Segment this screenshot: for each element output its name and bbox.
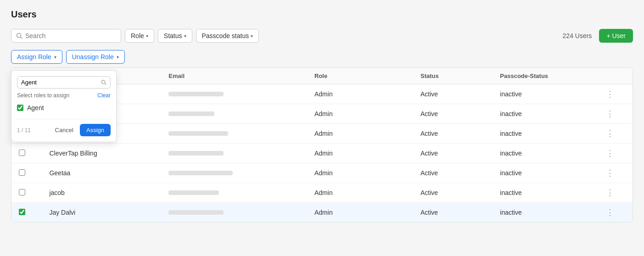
chevron-down-icon: ▾ [184,33,186,39]
table-row: Jay Dalvi Admin Active inactive ⋮ [11,203,633,223]
row-actions-cell: ⋮ [599,144,633,163]
toolbar: Role ▾ Status ▾ Passcode status ▾ 224 Us… [11,29,633,43]
row-status: Active [413,144,493,163]
col-actions [599,68,633,84]
row-checkbox[interactable] [19,150,25,156]
row-checkbox-cell [11,144,42,163]
row-role: Admin [307,203,413,223]
row-role: Admin [307,124,413,144]
search-icon [101,79,106,85]
row-menu-button[interactable]: ⋮ [606,168,615,178]
table-row: Geetaa Admin Active inactive ⋮ [11,163,633,183]
svg-line-3 [105,83,106,85]
row-passcode: inactive [493,84,599,104]
row-name: Geetaa [42,163,161,183]
table-row: CleverTap Billing Admin Active inactive … [11,144,633,163]
row-actions-cell: ⋮ [599,84,633,104]
row-email [161,144,307,163]
dropdown-actions: Cancel Assign [51,124,111,136]
row-passcode: inactive [493,104,599,124]
row-checkbox[interactable] [19,169,25,176]
search-box [11,29,121,43]
row-checkbox-cell [11,163,42,183]
row-checkbox[interactable] [19,209,25,215]
col-passcode: Passcode-Status [493,68,599,84]
row-name: CleverTap Billing [42,144,161,163]
row-email [161,104,307,124]
row-actions-cell: ⋮ [599,163,633,183]
row-name: jacob [42,183,161,203]
dropdown-search-box [17,76,111,89]
row-email [161,183,307,203]
row-email [161,203,307,223]
dropdown-search-input[interactable] [21,79,98,86]
clear-button[interactable]: Clear [97,92,111,99]
row-actions-cell: ⋮ [599,203,633,223]
col-email: Email [161,68,307,84]
chevron-down-icon: ▾ [54,55,56,60]
row-passcode: inactive [493,163,599,183]
action-bar: Assign Role ▾ Unassign Role ▾ Select rol… [11,50,633,64]
assign-button[interactable]: Assign [80,124,111,136]
search-icon [16,33,22,39]
chevron-down-icon: ▾ [251,33,253,39]
role-checkbox-agent[interactable] [17,105,23,111]
assign-role-dropdown: Select roles to assign Clear Agent 1 / 1… [11,70,117,142]
row-menu-button[interactable]: ⋮ [606,89,615,99]
row-passcode: inactive [493,183,599,203]
status-filter-button[interactable]: Status ▾ [158,29,192,43]
passcode-filter-button[interactable]: Passcode status ▾ [196,29,259,43]
row-status: Active [413,124,493,144]
search-input[interactable] [25,32,116,39]
dropdown-header-label: Select roles to assign [17,92,69,99]
col-role: Role [307,68,413,84]
role-filter-button[interactable]: Role ▾ [125,29,154,43]
row-checkbox[interactable] [19,189,25,195]
row-menu-button[interactable]: ⋮ [606,188,615,197]
row-actions-cell: ⋮ [599,183,633,203]
table-row: jacob Admin Active inactive ⋮ [11,183,633,203]
svg-line-1 [21,37,22,39]
row-checkbox-cell [11,203,42,223]
row-menu-button[interactable]: ⋮ [606,129,615,138]
cancel-button[interactable]: Cancel [51,124,77,136]
chevron-down-icon: ▾ [146,33,148,39]
dropdown-header: Select roles to assign Clear [17,92,111,99]
row-name: Jay Dalvi [42,203,161,223]
row-role: Admin [307,104,413,124]
row-email [161,84,307,104]
page-container: Users Role ▾ Status ▾ Passcode status ▾ … [0,0,644,256]
add-user-button[interactable]: + User [599,29,633,43]
dropdown-footer: 1 / 11 Cancel Assign [17,119,111,136]
user-count: 224 Users [563,32,592,39]
unassign-role-button[interactable]: Unassign Role ▾ [66,50,125,64]
row-role: Admin [307,144,413,163]
row-email [161,124,307,144]
row-actions-cell: ⋮ [599,124,633,144]
row-status: Active [413,84,493,104]
col-status: Status [413,68,493,84]
row-actions-cell: ⋮ [599,104,633,124]
row-role: Admin [307,163,413,183]
row-role: Admin [307,183,413,203]
row-email [161,163,307,183]
row-status: Active [413,183,493,203]
row-checkbox-cell [11,183,42,203]
role-option-agent: Agent [17,102,111,113]
row-role: Admin [307,84,413,104]
row-menu-button[interactable]: ⋮ [606,208,615,217]
row-status: Active [413,203,493,223]
row-passcode: inactive [493,203,599,223]
page-info: 1 / 11 [17,127,31,134]
page-title: Users [11,9,633,20]
row-passcode: inactive [493,144,599,163]
row-passcode: inactive [493,124,599,144]
row-menu-button[interactable]: ⋮ [606,109,615,118]
row-status: Active [413,163,493,183]
row-status: Active [413,104,493,124]
row-menu-button[interactable]: ⋮ [606,149,615,158]
assign-role-button[interactable]: Assign Role ▾ [11,50,62,64]
chevron-down-icon: ▾ [117,55,119,60]
